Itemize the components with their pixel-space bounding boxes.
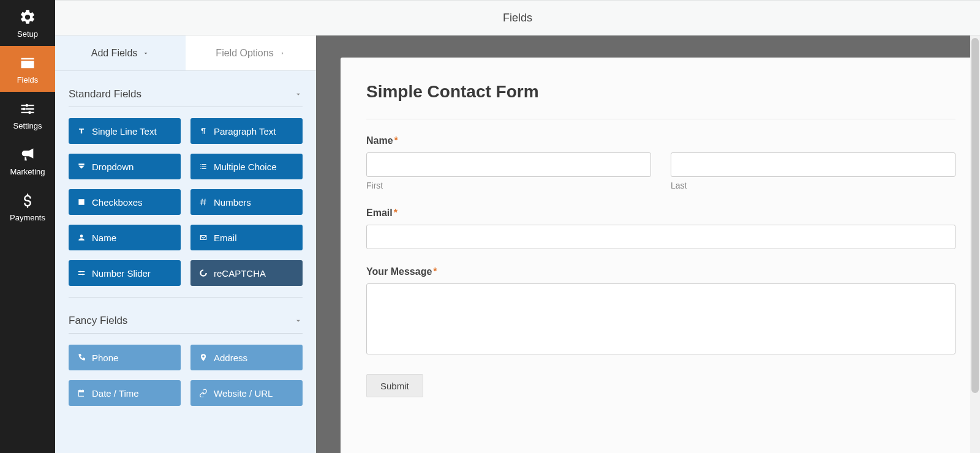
chip-label: Address: [214, 353, 247, 363]
form-list-icon: [19, 54, 36, 72]
svg-point-4: [82, 274, 83, 275]
required-asterisk: *: [394, 135, 398, 146]
chip-label: Checkboxes: [92, 197, 143, 208]
nav-label: Setup: [17, 29, 38, 39]
chevron-down-icon: [294, 316, 303, 325]
nav-settings[interactable]: Settings: [0, 92, 55, 138]
section-title: Fancy Fields: [69, 315, 127, 327]
calendar-icon: [77, 389, 86, 397]
last-sublabel: Last: [671, 181, 956, 190]
nav-setup[interactable]: Setup: [0, 0, 55, 46]
divider: [69, 333, 303, 334]
field-recaptcha[interactable]: reCAPTCHA: [190, 260, 303, 286]
chip-label: Numbers: [214, 197, 251, 208]
field-numbers[interactable]: Numbers: [190, 189, 303, 215]
email-input[interactable]: [366, 225, 956, 249]
form-title: Simple Contact Form: [366, 82, 956, 102]
pin-icon: [199, 353, 208, 362]
fields-panel: Add Fields Field Options Standard Fields…: [55, 36, 316, 453]
field-paragraph-text[interactable]: Paragraph Text: [190, 118, 303, 144]
field-email[interactable]: Email: [190, 225, 303, 250]
preview-area: Simple Contact Form Name* First Last Ema…: [316, 36, 980, 453]
field-multiple-choice[interactable]: Multiple Choice: [190, 154, 303, 179]
chip-label: Website / URL: [214, 388, 273, 399]
recaptcha-icon: [199, 269, 208, 277]
svg-point-3: [80, 271, 81, 272]
chevron-down-icon: [142, 50, 149, 57]
chip-label: Multiple Choice: [214, 162, 277, 172]
tab-label: Add Fields: [91, 48, 138, 59]
section-header-fancy[interactable]: Fancy Fields: [69, 298, 303, 333]
first-name-input[interactable]: [366, 152, 651, 177]
list-icon: [199, 162, 208, 171]
chevron-right-icon: [279, 50, 286, 57]
section-header-standard[interactable]: Standard Fields: [69, 71, 303, 107]
topbar: Fields: [55, 0, 980, 36]
nav-label: Marketing: [10, 167, 45, 176]
person-icon: [77, 233, 86, 242]
svg-point-0: [26, 104, 29, 107]
divider: [69, 107, 303, 107]
tab-add-fields[interactable]: Add Fields: [55, 36, 186, 70]
scrollbar-thumb[interactable]: [971, 38, 979, 393]
chevron-down-icon: [294, 90, 303, 99]
sliders-icon: [77, 269, 86, 277]
last-name-input[interactable]: [671, 152, 956, 177]
required-asterisk: *: [394, 208, 398, 218]
text-icon: [77, 127, 86, 135]
hash-icon: [199, 198, 208, 206]
nav-label: Payments: [10, 213, 45, 222]
required-asterisk: *: [433, 266, 437, 277]
field-dropdown[interactable]: Dropdown: [69, 154, 181, 179]
field-single-line-text[interactable]: Single Line Text: [69, 118, 181, 144]
field-phone[interactable]: Phone: [69, 345, 181, 370]
sliders-icon: [19, 100, 36, 118]
nav-marketing[interactable]: Marketing: [0, 138, 55, 184]
field-date-time[interactable]: Date / Time: [69, 380, 181, 406]
svg-point-1: [23, 108, 26, 111]
nav-payments[interactable]: Payments: [0, 184, 55, 230]
chip-label: Dropdown: [92, 162, 134, 172]
submit-button[interactable]: Submit: [366, 374, 423, 397]
chip-label: Name: [92, 233, 116, 243]
svg-point-2: [28, 111, 31, 114]
field-name[interactable]: Name: [69, 225, 181, 250]
paragraph-icon: [199, 127, 208, 135]
chip-label: Paragraph Text: [214, 126, 276, 137]
section-title: Standard Fields: [69, 88, 141, 100]
check-icon: [77, 198, 86, 206]
field-website-url[interactable]: Website / URL: [190, 380, 303, 406]
name-label: Name*: [366, 135, 956, 146]
nav-label: Settings: [13, 121, 42, 130]
form-preview: Simple Contact Form Name* First Last Ema…: [341, 58, 980, 453]
envelope-icon: [199, 233, 208, 242]
message-textarea[interactable]: [366, 283, 956, 354]
gear-icon: [19, 9, 36, 26]
tab-field-options[interactable]: Field Options: [186, 36, 316, 70]
nav-fields[interactable]: Fields: [0, 46, 55, 92]
link-icon: [199, 389, 208, 397]
chip-label: Phone: [92, 353, 118, 363]
dropdown-icon: [77, 162, 86, 171]
field-number-slider[interactable]: Number Slider: [69, 260, 181, 286]
submit-label: Submit: [380, 381, 409, 391]
phone-icon: [77, 353, 86, 362]
chip-label: Number Slider: [92, 268, 151, 279]
chip-label: Date / Time: [92, 388, 139, 399]
bullhorn-icon: [19, 146, 36, 163]
page-title: Fields: [503, 12, 532, 24]
field-checkboxes[interactable]: Checkboxes: [69, 189, 181, 215]
scrollbar[interactable]: [970, 36, 980, 453]
nav-label: Fields: [17, 75, 39, 84]
label-text: Your Message: [366, 266, 432, 277]
chip-label: reCAPTCHA: [214, 268, 266, 279]
field-address[interactable]: Address: [190, 345, 303, 370]
first-sublabel: First: [366, 181, 651, 190]
message-label: Your Message*: [366, 266, 956, 277]
chip-label: Email: [214, 233, 237, 243]
email-label: Email*: [366, 208, 956, 219]
label-text: Email: [366, 208, 393, 218]
divider: [366, 119, 956, 119]
label-text: Name: [366, 135, 393, 146]
tab-label: Field Options: [216, 48, 273, 59]
